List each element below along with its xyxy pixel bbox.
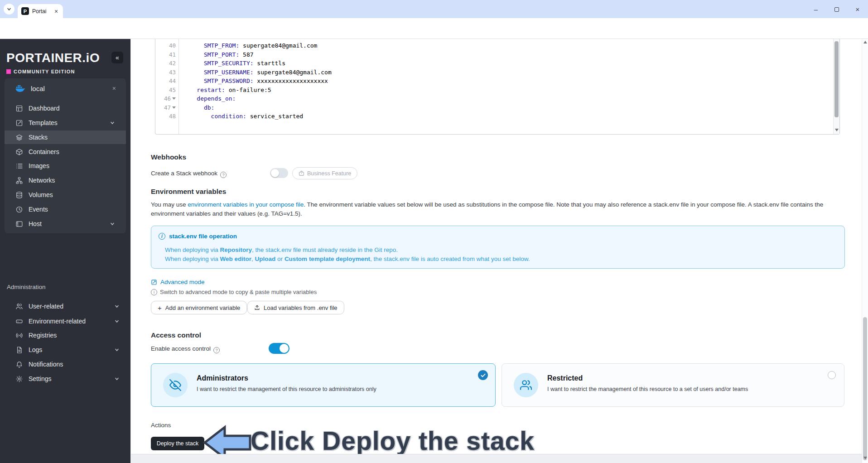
editor-scrollbar-thumb[interactable] [834,41,839,117]
webhook-toggle-label: Create a Stack webhook? [151,170,227,178]
gear-icon [15,375,23,383]
networks-icon [15,177,23,184]
scroll-down-icon[interactable] [863,457,867,459]
portainer-favicon-icon: P [21,7,29,15]
code-line: SMTP_PASSWORD: xxxxxxxxxxxxxxxxxxxx [183,77,832,86]
sidebar-item-containers[interactable]: Containers [5,145,126,159]
sidebar-item-logs[interactable]: Logs [0,343,130,357]
bell-icon [15,361,23,368]
page-scrollbar[interactable] [862,39,868,463]
compose-env-vars-link[interactable]: environment variables in your compose fi… [188,201,304,208]
restricted-icon-circle [514,373,538,397]
browser-toolbar: ← → ⚠ Not secure 192.168.1.18:9000/#!/2/… [0,18,868,39]
code-line: condition: service_started [183,112,832,121]
chevron-down-icon [114,376,120,381]
add-environment-variable-button[interactable]: + Add an environment variable [151,301,247,314]
sidebar-item-environment-related[interactable]: Environment-related [0,314,130,328]
portainer-logo: PORTAINER.iO [6,51,100,65]
fold-arrow-icon[interactable] [172,97,176,100]
code-line: restart: on-failure:5 [183,86,832,95]
events-icon [15,206,23,213]
administration-section-label: Administration [7,284,46,290]
host-icon [15,220,23,228]
sidebar-item-events[interactable]: Events [5,203,126,216]
fold-arrow-icon[interactable] [172,106,176,109]
sidebar-item-images[interactable]: Images [5,159,126,173]
file-text-icon [15,346,23,354]
main-content: 40 41 42 43 44 45 46 47 48 SMTP_FROM: su… [130,39,862,463]
chevron-down-icon [114,347,120,352]
restricted-option-title: Restricted [547,374,583,382]
code-line: SMTP_PORT: 587 [183,50,832,59]
environment-close-icon[interactable]: × [112,85,116,92]
sidebar-item-volumes[interactable]: Volumes [5,188,126,202]
sidebar-item-host[interactable]: Host [5,217,126,231]
chevron-down-icon [110,221,115,227]
sidebar-item-templates[interactable]: Templates [5,116,126,130]
administrators-option-card[interactable]: Administrators I want to restrict the ma… [151,363,496,407]
env-vars-heading: Environment variables [151,188,226,196]
eye-off-icon [169,379,181,391]
sidebar-environment-local[interactable]: local × [5,82,126,95]
window-minimize-button[interactable]: – [805,5,826,13]
restricted-radio[interactable] [828,371,836,379]
selected-check-icon[interactable] [478,370,488,380]
access-control-toggle[interactable] [269,343,289,354]
docker-whale-icon [15,85,25,92]
tab-search-button[interactable] [4,4,14,14]
briefcase-icon [299,170,304,176]
templates-icon [15,119,23,127]
compose-code-editor[interactable]: 40 41 42 43 44 45 46 47 48 SMTP_FROM: su… [155,39,840,135]
environment-block: local × Dashboard Templates Stacks Conta… [5,78,126,233]
sidebar-item-networks[interactable]: Networks [5,174,126,187]
chevron-down-icon [114,304,120,309]
sidebar-item-notifications[interactable]: Notifications [0,357,130,371]
restricted-option-desc: I want to restrict the management of thi… [547,386,748,392]
code-line: depends_on: [183,94,832,103]
info-icon: i [151,289,157,295]
sidebar-item-user-related[interactable]: User-related [0,299,130,313]
scroll-down-icon[interactable] [835,129,839,131]
sidebar-item-dashboard[interactable]: Dashboard [5,101,126,115]
annotation-text: Click Deploy the stack [251,426,535,456]
hard-drive-icon [15,318,23,325]
browser-tab[interactable]: P Portai × [18,4,63,18]
business-feature-button[interactable]: Business Feature [292,167,357,179]
tab-close-icon[interactable]: × [54,8,58,14]
admin-option-desc: I want to restrict the management of thi… [197,386,376,392]
env-vars-intro: You may use environment variables in you… [151,200,846,218]
scroll-up-icon[interactable] [863,41,867,43]
editor-code-area[interactable]: SMTP_FROM: supergate84@gmail.com SMTP_PO… [183,41,832,121]
sidebar-collapse-button[interactable]: « [111,52,123,63]
sidebar-item-settings[interactable]: Settings [0,372,130,386]
access-control-heading: Access control [151,331,201,339]
restricted-option-card[interactable]: Restricted I want to restrict the manage… [502,363,844,407]
page-bottom-strip [131,454,862,463]
window-close-button[interactable]: × [847,5,868,13]
sidebar-item-stacks[interactable]: Stacks [5,130,126,144]
actions-heading: Actions [151,422,171,429]
deploy-the-stack-button[interactable]: Deploy the stack [151,437,204,450]
page-scrollbar-thumb[interactable] [863,317,867,460]
edition-label: COMMUNITY EDITION [6,69,75,74]
chevron-down-icon [114,318,120,324]
browser-titlebar: P Portai × – × [0,0,868,18]
code-line: db: [183,103,832,112]
help-icon[interactable]: ? [220,172,227,178]
webhook-toggle[interactable] [270,168,288,178]
users-icon [520,379,532,391]
window-restore-button[interactable] [826,5,847,13]
upload-icon [254,304,260,311]
edition-square-icon [6,69,11,74]
containers-icon [15,148,23,156]
webhooks-heading: Webhooks [151,153,186,161]
images-icon [15,162,23,170]
dashboard-icon [15,105,23,112]
advanced-mode-hint: i Switch to advanced mode to copy & past… [151,289,317,295]
help-icon[interactable]: ? [213,347,220,353]
editor-scrollbar[interactable] [833,39,839,134]
load-variables-button[interactable]: Load variables from .env file [247,301,344,314]
info-icon: i [159,233,165,240]
advanced-mode-link[interactable]: Advanced mode [151,279,205,285]
sidebar-item-registries[interactable]: Registries [0,328,130,342]
